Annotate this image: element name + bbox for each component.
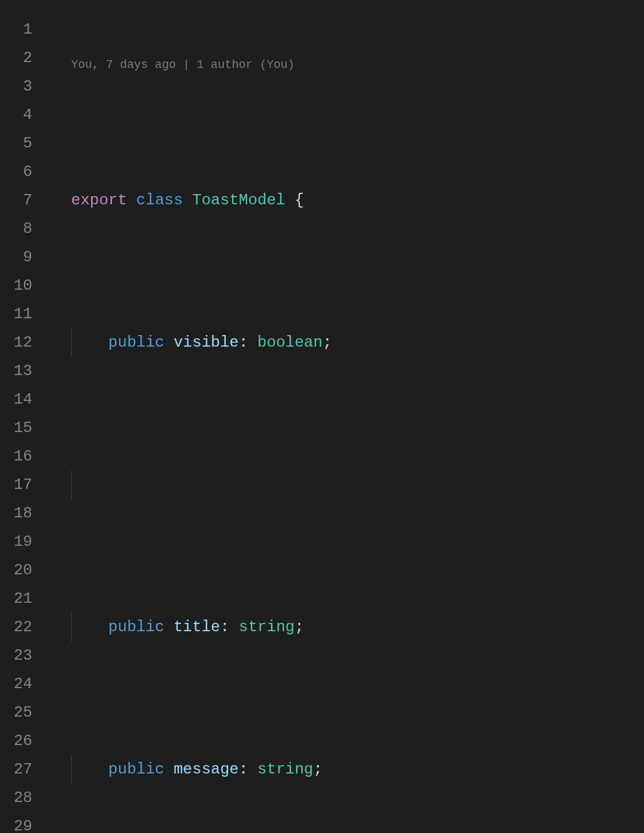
line-number: 12 xyxy=(0,329,32,357)
line-number: 10 xyxy=(0,272,32,300)
line-number: 25 xyxy=(0,698,32,727)
code-content[interactable]: You, 7 days ago | 1 author (You) export … xyxy=(45,0,644,833)
line-number: 28 xyxy=(0,784,32,812)
line-number: 23 xyxy=(0,642,32,670)
line-number: 11 xyxy=(0,300,32,329)
line-number: 6 xyxy=(0,158,32,186)
line-number: 4 xyxy=(0,101,32,129)
line-number-gutter: 1 2 3 4 5 6 7 8 9 10 11 12 13 14 15 16 1… xyxy=(0,0,45,833)
line-number: 21 xyxy=(0,585,32,613)
line-number: 18 xyxy=(0,499,32,528)
line-number: 8 xyxy=(0,215,32,243)
line-number: 16 xyxy=(0,442,32,471)
line-number: 19 xyxy=(0,528,32,556)
line-number: 3 xyxy=(0,72,32,101)
code-line[interactable]: public visible: boolean; xyxy=(45,329,644,357)
line-number: 26 xyxy=(0,727,32,755)
line-number: 1 xyxy=(0,16,32,44)
line-number: 27 xyxy=(0,755,32,784)
code-editor[interactable]: 1 2 3 4 5 6 7 8 9 10 11 12 13 14 15 16 1… xyxy=(0,0,644,833)
line-number: 17 xyxy=(0,471,32,499)
line-number: 7 xyxy=(0,186,32,215)
code-line[interactable] xyxy=(45,471,644,499)
line-number: 2 xyxy=(0,44,32,72)
line-number: 9 xyxy=(0,243,32,272)
line-number: 14 xyxy=(0,385,32,414)
code-line[interactable]: public message: string; xyxy=(45,755,644,784)
line-number: 22 xyxy=(0,613,32,642)
code-line[interactable]: public title: string; xyxy=(45,613,644,642)
line-number: 5 xyxy=(0,129,32,158)
line-number: 15 xyxy=(0,414,32,442)
git-blame-codelens[interactable]: You, 7 days ago | 1 author (You) xyxy=(45,57,644,72)
line-number: 24 xyxy=(0,670,32,698)
code-line[interactable]: export class ToastModel { xyxy=(45,186,644,215)
line-number: 13 xyxy=(0,357,32,385)
line-number: 29 xyxy=(0,812,32,833)
line-number: 20 xyxy=(0,556,32,585)
